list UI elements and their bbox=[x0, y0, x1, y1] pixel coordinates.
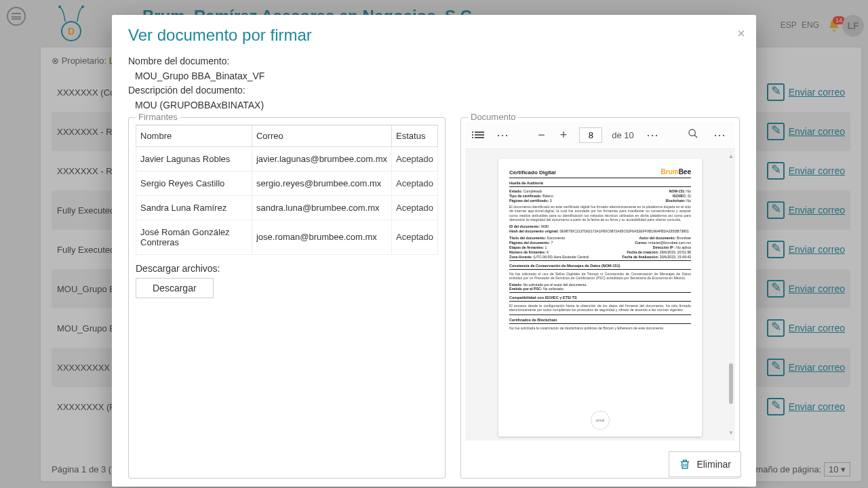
audit-heading: Huella de Auditoría bbox=[509, 181, 691, 185]
signer-name: Sandra Luna Ramírez bbox=[136, 195, 252, 220]
signer-status: Aceptado bbox=[392, 220, 438, 254]
signers-table: Nombre Correo Estatus Javier Lagunas Rob… bbox=[136, 125, 438, 255]
doc-name-value: MOU_Grupo BBA_Binatax_VF bbox=[128, 69, 740, 84]
svg-line-5 bbox=[694, 135, 697, 138]
doc-desc-value: MOU (GRUPOBBAxBINATAX) bbox=[128, 98, 740, 113]
more-2-icon[interactable]: ⋯ bbox=[644, 126, 661, 144]
para-blockchain: No fue solicitada la notarización de blo… bbox=[509, 326, 691, 331]
signer-email: sergio.reyes@brumbee.com.mx bbox=[252, 171, 391, 195]
modal-title: Ver documento por firmar bbox=[128, 26, 740, 45]
document-meta: Nombre del documento: MOU_Grupo BBA_Bina… bbox=[128, 54, 740, 113]
signers-pane: Firmantes Nombre Correo Estatus Javier L… bbox=[128, 117, 446, 479]
download-button[interactable]: Descargar bbox=[136, 278, 214, 298]
more-3-icon[interactable]: ⋯ bbox=[711, 126, 728, 144]
view-document-modal: Ver documento por firmar × Nombre del do… bbox=[112, 15, 756, 487]
signer-name: Javier Lagunas Robles bbox=[136, 146, 252, 171]
col-status: Estatus bbox=[392, 125, 438, 146]
doc-name-label: Nombre del documento: bbox=[128, 54, 740, 69]
signer-name: José Román González Contreras bbox=[136, 220, 252, 254]
page-number-input[interactable] bbox=[579, 127, 602, 143]
para-nom151: No fue solicitado el uso de Sellos Digit… bbox=[509, 272, 691, 281]
close-icon[interactable]: × bbox=[737, 26, 745, 41]
scroll-up-icon[interactable]: ▲ bbox=[728, 153, 734, 160]
table-row: Sandra Luna Ramírezsandra.luna@brumbee.c… bbox=[136, 195, 438, 220]
trash-icon bbox=[679, 458, 691, 471]
document-legend: Documento bbox=[468, 112, 518, 122]
delete-label: Eliminar bbox=[696, 459, 731, 470]
pdf-toolbar: ⋯ − + de 10 ⋯ ⋯ bbox=[465, 122, 735, 149]
pdf-viewport[interactable]: BrumBee Certificado Digital Huella de Au… bbox=[465, 149, 735, 441]
pdf-page: BrumBee Certificado Digital Huella de Au… bbox=[498, 159, 702, 436]
signer-email: javier.lagunas@brumbee.com.mx bbox=[252, 146, 391, 171]
delete-button[interactable]: Eliminar bbox=[669, 451, 741, 477]
brand-logo: BrumBee bbox=[661, 168, 691, 176]
scroll-down-icon[interactable]: ▼ bbox=[728, 430, 734, 436]
page-count: de 10 bbox=[612, 130, 634, 140]
pdf-scrollbar[interactable]: ▲ ▼ bbox=[728, 153, 734, 436]
zoom-out-icon[interactable]: − bbox=[535, 127, 548, 144]
doc-desc-label: Descripción del documento: bbox=[128, 83, 740, 98]
signer-status: Aceptado bbox=[392, 146, 438, 171]
sect-blockchain: Certificados de Blockchain bbox=[509, 318, 691, 322]
cert-para1: El documento identificado en este certif… bbox=[509, 205, 691, 222]
signer-status: Aceptado bbox=[392, 171, 438, 195]
document-pane: Documento ⋯ − + de 10 ⋯ ⋯ BrumBee C bbox=[460, 117, 740, 479]
table-row: José Román González Contrerasjose.roman@… bbox=[136, 220, 438, 254]
svg-point-4 bbox=[689, 129, 695, 136]
table-row: Javier Lagunas Roblesjavier.lagunas@brum… bbox=[136, 146, 438, 171]
table-row: Sergio Reyes Castillosergio.reyes@brumbe… bbox=[136, 171, 438, 195]
signer-name: Sergio Reyes Castillo bbox=[136, 171, 252, 195]
search-icon[interactable] bbox=[685, 127, 701, 144]
toc-icon[interactable] bbox=[472, 130, 484, 140]
col-name: Nombre bbox=[136, 125, 252, 146]
scroll-thumb[interactable] bbox=[729, 363, 733, 404]
sect-nom151: Constancia de Conservación de Mensajes d… bbox=[509, 264, 691, 268]
download-label: Descargar archivos: bbox=[136, 263, 438, 274]
seal-icon: cincel bbox=[591, 411, 610, 430]
para-iso: El proceso desde la configuración hasta … bbox=[509, 304, 691, 312]
zoom-in-icon[interactable]: + bbox=[557, 127, 570, 144]
signer-email: sandra.luna@brumbee.com.mx bbox=[252, 195, 391, 220]
col-email: Correo bbox=[252, 125, 391, 146]
signer-status: Aceptado bbox=[392, 195, 438, 220]
sect-iso: Compatibilidad con ISO/IEC y ETSI TS bbox=[509, 296, 691, 300]
more-1-icon[interactable]: ⋯ bbox=[494, 126, 511, 144]
signer-email: jose.roman@brumbee.com.mx bbox=[252, 220, 391, 254]
signers-legend: Firmantes bbox=[136, 112, 180, 122]
